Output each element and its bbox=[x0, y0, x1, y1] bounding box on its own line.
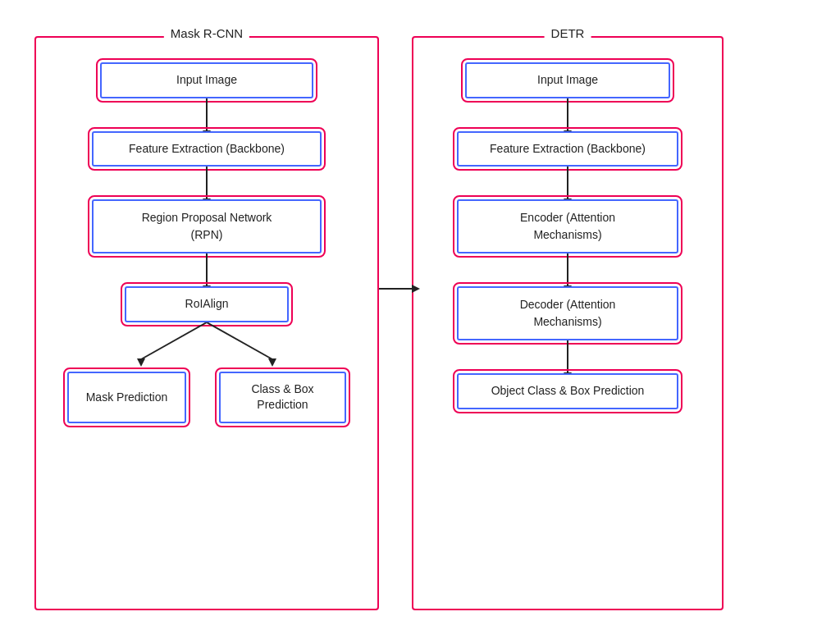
right-arrow-1 bbox=[567, 98, 568, 131]
arrow-2 bbox=[206, 167, 208, 199]
left-input-image-node: Input Image bbox=[100, 62, 313, 98]
arrow-1 bbox=[206, 98, 208, 131]
svg-line-0 bbox=[141, 322, 207, 359]
roialign-node: RoIAlign bbox=[125, 286, 289, 322]
svg-marker-2 bbox=[137, 358, 145, 367]
svg-marker-3 bbox=[268, 358, 276, 367]
detr-panel: DETR Input Image Feature Extraction (Bac… bbox=[412, 36, 724, 610]
right-input-image-node: Input Image bbox=[465, 62, 670, 98]
right-feature-extraction-node: Feature Extraction (Backbone) bbox=[457, 131, 678, 167]
detr-flow: Input Image Feature Extraction (Backbone… bbox=[426, 46, 710, 409]
split-arrows bbox=[75, 322, 338, 372]
encoder-node: Encoder (AttentionMechanisms) bbox=[457, 199, 678, 253]
detr-title: DETR bbox=[545, 26, 591, 40]
mask-rcnn-title: Mask R-CNN bbox=[164, 26, 249, 40]
cross-panel-arrow bbox=[379, 282, 420, 295]
svg-marker-5 bbox=[412, 285, 420, 293]
class-box-prediction-node: Class & Box Prediction bbox=[219, 372, 346, 423]
rpn-node: Region Proposal Network(RPN) bbox=[92, 199, 322, 253]
decoder-node: Decoder (AttentionMechanisms) bbox=[457, 286, 678, 340]
right-arrow-2 bbox=[567, 167, 568, 199]
mask-rcnn-flow: Input Image Feature Extraction (Backbone… bbox=[48, 46, 365, 423]
left-feature-extraction-node: Feature Extraction (Backbone) bbox=[92, 131, 322, 167]
arrow-3 bbox=[206, 253, 208, 286]
bottom-nodes: Mask Prediction Class & Box Prediction bbox=[67, 372, 346, 423]
right-arrow-3 bbox=[567, 253, 568, 286]
svg-line-1 bbox=[207, 322, 272, 359]
object-class-box-node: Object Class & Box Prediction bbox=[457, 373, 678, 409]
mask-prediction-node: Mask Prediction bbox=[67, 372, 186, 423]
mask-rcnn-panel: Mask R-CNN Input Image Feature Extractio… bbox=[34, 36, 379, 610]
right-arrow-4 bbox=[567, 340, 568, 373]
